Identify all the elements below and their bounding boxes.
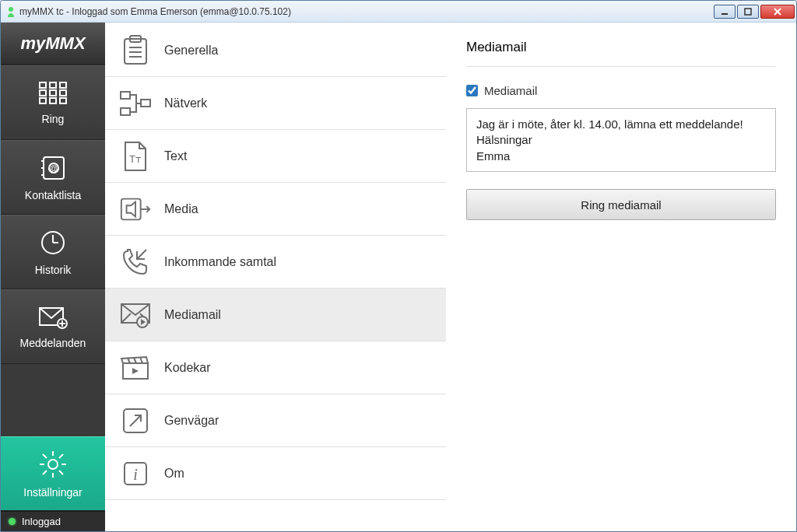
clock-icon (39, 229, 67, 259)
settings-item-label: Media (164, 202, 198, 216)
svg-rect-43 (141, 100, 150, 107)
nav-label: Kontaktlista (25, 189, 81, 201)
settings-item-codecs[interactable]: Kodekar (105, 341, 446, 394)
nav-ring[interactable]: Ring (1, 65, 105, 140)
settings-item-text[interactable]: Tᴛ Text (105, 130, 446, 183)
close-button[interactable] (760, 5, 795, 19)
settings-item-incoming[interactable]: Inkommande samtal (105, 236, 446, 289)
presence-icon (7, 6, 15, 17)
settings-item-media[interactable]: Media (105, 183, 446, 236)
svg-line-34 (43, 471, 47, 474)
settings-item-about[interactable]: i Om (105, 447, 446, 500)
clipboard-icon (119, 34, 152, 67)
svg-line-33 (59, 471, 63, 474)
envelope-plus-icon (37, 305, 68, 332)
nav-label: Ring (42, 113, 65, 125)
nav-contacts[interactable]: @ Kontaktlista (1, 140, 105, 215)
nav-spacer (1, 364, 105, 436)
ring-mediamail-button[interactable]: Ring mediamail (466, 189, 776, 220)
minimize-button[interactable] (714, 5, 736, 19)
status-text: Inloggad (22, 516, 61, 527)
svg-point-0 (9, 7, 13, 12)
svg-point-27 (48, 460, 58, 469)
svg-rect-6 (50, 82, 56, 88)
nav-settings[interactable]: Inställningar (1, 436, 105, 511)
mediamail-checkbox[interactable] (466, 85, 478, 96)
phone-incoming-icon (119, 246, 152, 278)
svg-rect-42 (121, 108, 130, 115)
window-title: myMMX tc - Inloggad som Emma Emerson (em… (19, 6, 714, 17)
svg-line-35 (59, 454, 63, 458)
nav-label: Inställningar (23, 486, 83, 499)
settings-list: Generella Nätverk Tᴛ Text Media (105, 23, 446, 531)
dialpad-icon (38, 81, 68, 108)
main-nav: myMMX Ring @ (1, 23, 105, 531)
speaker-icon (119, 193, 152, 226)
nav-label: Meddelanden (20, 337, 86, 349)
settings-item-label: Kodekar (164, 361, 211, 375)
svg-line-55 (134, 358, 136, 363)
settings-item-label: Genvägar (164, 414, 219, 428)
detail-pane: Mediamail Mediamail Ring mediamail (446, 23, 796, 531)
svg-text:Tᴛ: Tᴛ (129, 153, 142, 165)
settings-item-network[interactable]: Nätverk (105, 77, 446, 130)
svg-marker-46 (127, 201, 135, 216)
svg-marker-57 (132, 368, 139, 374)
text-file-icon: Tᴛ (119, 140, 152, 173)
status-bar: Inloggad (1, 511, 105, 531)
svg-rect-10 (60, 90, 66, 96)
nav-history[interactable]: Historik (1, 215, 105, 289)
svg-rect-45 (121, 198, 141, 219)
mediamail-checkbox-row[interactable]: Mediamail (466, 84, 776, 97)
svg-rect-41 (121, 92, 130, 99)
settings-item-shortcuts[interactable]: Genvägar (105, 394, 446, 447)
svg-rect-5 (40, 82, 46, 88)
settings-item-label: Inkommande samtal (164, 255, 276, 269)
svg-rect-8 (40, 90, 46, 96)
settings-item-label: Mediamail (164, 308, 221, 322)
clapper-icon (119, 352, 152, 384)
titlebar: myMMX tc - Inloggad som Emma Emerson (em… (1, 1, 796, 23)
nav-label: Historik (35, 264, 72, 276)
svg-line-48 (137, 250, 146, 259)
app-logo: myMMX (1, 23, 105, 65)
svg-text:i: i (133, 466, 138, 483)
content-area: myMMX Ring @ (1, 23, 796, 531)
settings-item-mediamail[interactable]: Mediamail (105, 289, 446, 341)
nav-messages[interactable]: Meddelanden (1, 289, 105, 364)
app-window: myMMX tc - Inloggad som Emma Emerson (em… (0, 0, 797, 532)
settings-item-label: Text (164, 149, 187, 163)
network-icon (119, 87, 152, 120)
svg-rect-11 (40, 98, 46, 103)
svg-rect-12 (50, 98, 56, 103)
settings-item-general[interactable]: Generella (105, 24, 446, 77)
gear-icon (38, 450, 68, 481)
svg-rect-2 (745, 9, 751, 15)
status-online-icon (9, 518, 16, 525)
shortcut-arrow-icon (119, 404, 152, 437)
svg-line-59 (130, 415, 141, 426)
settings-item-label: Nätverk (164, 96, 207, 110)
address-book-icon: @ (39, 154, 67, 184)
svg-rect-13 (60, 98, 66, 103)
svg-rect-7 (60, 82, 66, 88)
settings-item-label: Om (164, 467, 184, 481)
detail-heading: Mediamail (466, 40, 776, 67)
mediamail-message-input[interactable] (466, 108, 776, 172)
window-controls (714, 5, 795, 19)
maximize-button[interactable] (737, 5, 759, 19)
settings-item-label: Generella (164, 44, 218, 58)
svg-text:@: @ (50, 164, 58, 173)
info-icon: i (119, 457, 152, 490)
svg-line-32 (43, 454, 47, 458)
checkbox-label: Mediamail (484, 84, 537, 97)
envelope-play-icon (119, 299, 152, 331)
svg-rect-9 (50, 90, 56, 96)
